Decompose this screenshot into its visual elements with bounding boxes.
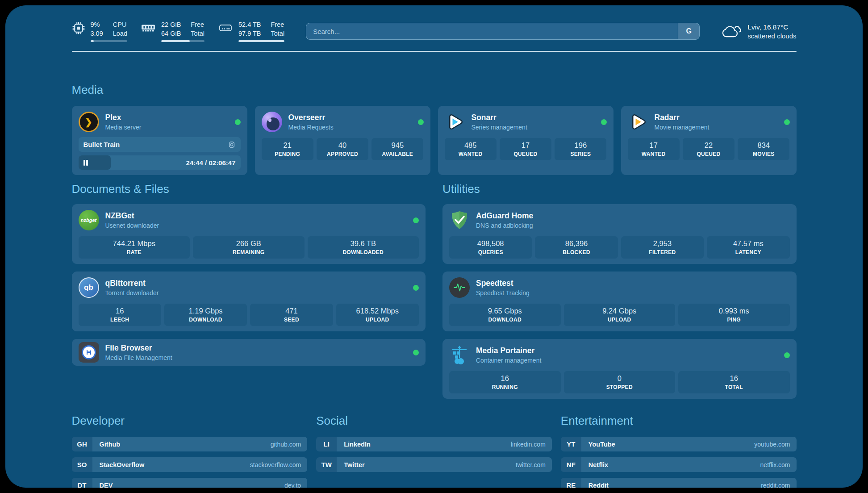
stat-latency: 47.57 msLATENCY <box>707 236 789 259</box>
bookmark-abbr: NF <box>561 457 581 472</box>
app-card-qbittorrent[interactable]: qb qBittorrent Torrent downloader 16LEEC… <box>72 272 426 331</box>
bookmark-url: twitter.com <box>516 461 546 468</box>
stat-upload: 618.52 MbpsUPLOAD <box>336 304 419 326</box>
stat-downloaded: 39.6 TBDOWNLOADED <box>308 236 419 259</box>
app-subtitle: Series management <box>472 124 527 131</box>
speedtest-icon <box>449 277 470 298</box>
sonarr-icon <box>445 112 465 132</box>
app-subtitle: Speedtest Tracking <box>476 289 530 297</box>
stat-approved: 40APPROVED <box>317 138 368 160</box>
search-engine-button[interactable]: G <box>678 23 699 39</box>
overseerr-icon <box>262 112 282 132</box>
app-subtitle: DNS and adblocking <box>476 222 533 229</box>
stat-blocked: 86,396BLOCKED <box>535 236 618 259</box>
status-dot-online <box>784 119 790 125</box>
stat-queued: 22QUEUED <box>683 138 734 160</box>
app-card-nzbget[interactable]: nzbget NZBGet Usenet downloader 744.21 M… <box>72 204 426 264</box>
bookmark-netflix[interactable]: NF Netflixnetflix.com <box>561 457 797 472</box>
stat-rate: 744.21 MbpsRATE <box>79 236 190 259</box>
stat-remaining: 266 GBREMAINING <box>193 236 305 259</box>
bookmark-name: LinkedIn <box>344 441 371 448</box>
app-card-speedtest[interactable]: Speedtest Speedtest Tracking 9.65 GbpsDO… <box>442 272 797 331</box>
stat-series: 196SERIES <box>555 138 606 160</box>
radarr-icon <box>628 112 648 132</box>
app-title: Media Portainer <box>476 346 541 355</box>
search-input[interactable] <box>306 23 699 39</box>
bookmark-name: StackOverflow <box>100 461 145 468</box>
app-title: File Browser <box>105 343 172 353</box>
stat-movies: 834MOVIES <box>738 138 789 160</box>
stat-wanted: 485WANTED <box>445 138 497 160</box>
ram-total-label: Total <box>191 29 204 38</box>
nzbget-icon: nzbget <box>79 210 99 230</box>
app-card-overseerr[interactable]: Overseerr Media Requests 21PENDING 40APP… <box>255 106 430 175</box>
video-camera-icon[interactable] <box>228 141 236 149</box>
player-time: 24:44 / 02:06:47 <box>186 159 236 167</box>
app-title: Sonarr <box>472 113 527 122</box>
app-card-adguard[interactable]: AdGuard Home DNS and adblocking 498,508Q… <box>442 204 797 264</box>
bookmark-name: YouTube <box>588 441 615 448</box>
section-title-media: Media <box>72 83 797 97</box>
bookmark-url: youtube.com <box>754 441 790 448</box>
app-card-sonarr[interactable]: Sonarr Series management 485WANTED 17QUE… <box>438 106 613 175</box>
status-dot-online <box>413 285 419 291</box>
section-title-developer: Developer <box>72 414 308 428</box>
status-dot-online <box>601 119 607 125</box>
app-subtitle: Container management <box>476 357 541 364</box>
search-bar[interactable]: G <box>306 23 700 40</box>
disk-icon <box>218 21 233 35</box>
cpu-load-value: 3.09 <box>91 29 103 38</box>
app-title: Speedtest <box>476 279 530 288</box>
bookmark-abbr: TW <box>316 457 337 472</box>
bookmark-dev[interactable]: DT DEVdev.to <box>72 478 308 488</box>
pause-button[interactable] <box>83 160 88 166</box>
bookmark-abbr: RE <box>561 478 581 488</box>
weather-condition: scattered clouds <box>747 32 796 40</box>
bookmark-reddit[interactable]: RE Redditreddit.com <box>561 478 797 488</box>
disk-widget: 52.4 TB 97.9 TB Free Total <box>218 21 284 42</box>
app-card-plex[interactable]: ❯ Plex Media server Bullet Train <box>72 106 247 175</box>
cpu-usage-value: 9% <box>91 21 103 29</box>
stat-filtered: 2,953FILTERED <box>621 236 704 259</box>
bookmark-abbr: LI <box>316 437 337 451</box>
app-card-filebrowser[interactable]: File Browser Media File Management <box>72 339 426 366</box>
disk-progress-bar <box>238 40 284 42</box>
app-card-portainer[interactable]: Media Portainer Container management 16R… <box>442 339 797 399</box>
bookmark-twitter[interactable]: TW Twittertwitter.com <box>316 457 552 472</box>
section-title-utilities: Utilities <box>442 182 797 196</box>
now-playing-title: Bullet Train <box>83 141 120 148</box>
app-title: Plex <box>105 113 142 122</box>
bookmark-url: linkedin.com <box>511 441 546 448</box>
app-subtitle: Media Requests <box>288 124 334 131</box>
section-title-entertainment: Entertainment <box>561 414 797 428</box>
stat-ping: 0.993 msPING <box>678 304 790 326</box>
bookmark-stackoverflow[interactable]: SO StackOverflowstackoverflow.com <box>72 457 308 472</box>
app-title: AdGuard Home <box>476 211 533 221</box>
stat-seed: 471SEED <box>250 304 333 326</box>
stat-pending: 21PENDING <box>262 138 313 160</box>
app-title: NZBGet <box>105 211 159 221</box>
section-title-documents: Documents & Files <box>72 182 426 196</box>
bookmark-url: dev.to <box>284 482 301 488</box>
ram-total-value: 64 GiB <box>161 29 181 38</box>
cpu-load-label: Load <box>113 29 127 38</box>
stat-leech: 16LEECH <box>79 304 161 326</box>
disk-free-value: 52.4 TB <box>238 21 261 29</box>
bookmark-url: github.com <box>271 441 301 448</box>
app-subtitle: Movie management <box>655 124 709 131</box>
bookmark-github[interactable]: GH Githubgithub.com <box>72 437 308 451</box>
app-subtitle: Media server <box>105 124 142 131</box>
header-bar: 9% 3.09 CPU Load <box>72 21 797 42</box>
stat-total: 16TOTAL <box>678 371 790 393</box>
bookmark-abbr: YT <box>561 437 581 451</box>
bookmark-name: DEV <box>100 482 113 488</box>
app-card-radarr[interactable]: Radarr Movie management 17WANTED 22QUEUE… <box>621 106 797 175</box>
bookmark-linkedin[interactable]: LI LinkedInlinkedin.com <box>316 437 552 451</box>
filebrowser-icon <box>79 342 99 363</box>
stat-download: 9.65 GbpsDOWNLOAD <box>449 304 561 326</box>
stat-available: 945AVAILABLE <box>371 138 423 160</box>
bookmark-youtube[interactable]: YT YouTubeyoutube.com <box>561 437 797 451</box>
stat-queries: 498,508QUERIES <box>449 236 532 259</box>
stat-running: 16RUNNING <box>449 371 561 393</box>
system-stats: 9% 3.09 CPU Load <box>72 21 285 42</box>
